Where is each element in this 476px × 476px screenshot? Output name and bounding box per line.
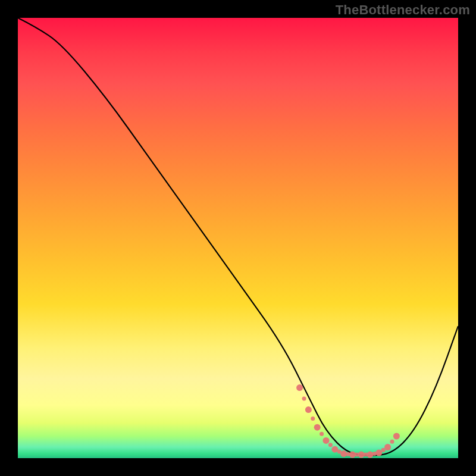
highlight-dot xyxy=(340,450,347,457)
highlight-dot xyxy=(358,452,365,458)
highlight-dot xyxy=(393,433,400,440)
highlight-dot xyxy=(390,440,394,444)
highlight-dot xyxy=(375,450,382,456)
highlight-dot xyxy=(302,397,306,401)
highlight-dot xyxy=(296,384,303,391)
highlight-dot xyxy=(323,437,330,444)
highlight-dot xyxy=(384,444,391,450)
highlight-dot xyxy=(314,424,321,431)
highlight-dot xyxy=(328,443,333,447)
highlight-dot xyxy=(320,432,324,436)
highlight-dots xyxy=(296,384,400,458)
main-curve xyxy=(18,18,458,455)
highlight-dot xyxy=(311,416,315,421)
highlight-dot xyxy=(367,452,374,458)
highlight-dot xyxy=(331,446,338,453)
highlight-dot xyxy=(349,452,356,458)
plot-area xyxy=(18,18,458,458)
highlight-dot xyxy=(305,406,312,413)
watermark-label: TheBottlenecker.com xyxy=(336,2,470,18)
chart-svg xyxy=(18,18,458,458)
chart-frame: TheBottlenecker.com xyxy=(0,0,476,476)
